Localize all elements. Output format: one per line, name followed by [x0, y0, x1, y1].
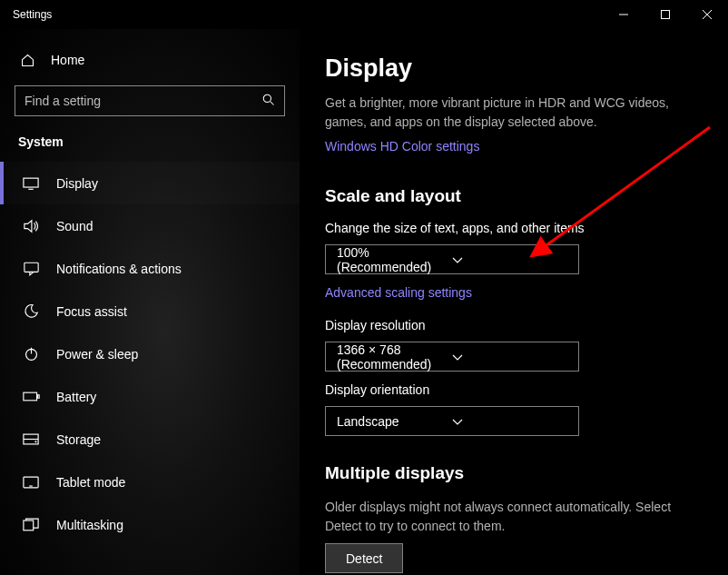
chevron-down-icon [452, 253, 567, 267]
hdr-description: Get a brighter, more vibrant picture in … [325, 94, 708, 132]
nav-label: Power & sleep [56, 347, 138, 362]
home-label: Home [51, 53, 84, 67]
content-panel: Display Get a brighter, more vibrant pic… [300, 29, 728, 575]
sound-icon [22, 217, 40, 235]
text-size-value: 100% (Recommended) [337, 245, 452, 274]
nav-label: Focus assist [56, 304, 127, 319]
window-title: Settings [0, 8, 52, 21]
orientation-label: Display orientation [325, 382, 708, 397]
nav-item-power-sleep[interactable]: Power & sleep [0, 332, 300, 375]
maximize-button[interactable] [644, 0, 686, 29]
resolution-label: Display resolution [325, 318, 708, 332]
multitasking-icon [22, 516, 40, 534]
svg-line-5 [271, 101, 274, 104]
svg-rect-1 [662, 11, 670, 19]
tablet-icon [22, 473, 40, 491]
power-icon [22, 345, 40, 363]
detect-button[interactable]: Detect [325, 543, 403, 573]
minimize-button[interactable] [603, 0, 644, 29]
multiple-displays-heading: Multiple displays [325, 463, 708, 483]
nav-label: Notifications & actions [56, 262, 182, 276]
text-size-label: Change the size of text, apps, and other… [325, 221, 708, 235]
orientation-dropdown[interactable]: Landscape [325, 406, 579, 436]
nav-item-multitasking[interactable]: Multitasking [0, 503, 300, 546]
svg-rect-11 [23, 392, 36, 401]
chevron-down-icon [452, 350, 567, 364]
page-title: Display [325, 55, 708, 83]
scale-heading: Scale and layout [325, 186, 708, 206]
storage-icon [22, 431, 40, 449]
focus-assist-icon [22, 302, 40, 321]
titlebar: Settings [0, 0, 728, 29]
nav-label: Tablet mode [56, 475, 125, 490]
nav-label: Storage [56, 432, 101, 447]
nav-item-focus-assist[interactable]: Focus assist [0, 290, 300, 332]
section-heading: System [0, 129, 300, 162]
text-size-dropdown[interactable]: 100% (Recommended) [325, 244, 579, 274]
orientation-value: Landscape [337, 414, 452, 429]
nav-item-sound[interactable]: Sound [0, 204, 300, 247]
svg-point-4 [263, 94, 271, 102]
hd-color-link[interactable]: Windows HD Color settings [325, 139, 708, 154]
svg-rect-12 [37, 395, 39, 398]
nav-item-battery[interactable]: Battery [0, 375, 300, 418]
search-input[interactable] [25, 94, 261, 108]
search-icon [261, 93, 275, 110]
svg-rect-18 [24, 520, 34, 530]
nav-label: Battery [56, 390, 96, 404]
resolution-dropdown[interactable]: 1366 × 768 (Recommended) [325, 342, 579, 372]
sidebar: Home System Display Sound [0, 29, 300, 575]
search-box[interactable] [15, 85, 285, 116]
display-icon [22, 174, 40, 193]
nav-label: Multitasking [56, 518, 123, 532]
nav-label: Sound [56, 219, 93, 233]
svg-rect-6 [24, 178, 38, 187]
home-nav[interactable]: Home [0, 42, 300, 78]
svg-rect-8 [24, 263, 37, 272]
resolution-value: 1366 × 768 (Recommended) [337, 342, 452, 372]
nav-item-tablet-mode[interactable]: Tablet mode [0, 461, 300, 503]
notifications-icon [22, 260, 40, 278]
nav-list: Display Sound Notifications & actions Fo… [0, 162, 300, 546]
nav-label: Display [56, 176, 98, 191]
advanced-scaling-link[interactable]: Advanced scaling settings [325, 285, 708, 300]
multiple-displays-desc: Older displays might not always connect … [325, 498, 708, 536]
home-icon [18, 51, 36, 69]
svg-point-14 [35, 441, 36, 442]
chevron-down-icon [452, 414, 567, 429]
detect-button-label: Detect [346, 551, 382, 566]
nav-item-storage[interactable]: Storage [0, 418, 300, 461]
nav-item-display[interactable]: Display [0, 162, 300, 204]
battery-icon [22, 388, 40, 406]
close-button[interactable] [686, 0, 728, 29]
nav-item-notifications[interactable]: Notifications & actions [0, 247, 300, 290]
